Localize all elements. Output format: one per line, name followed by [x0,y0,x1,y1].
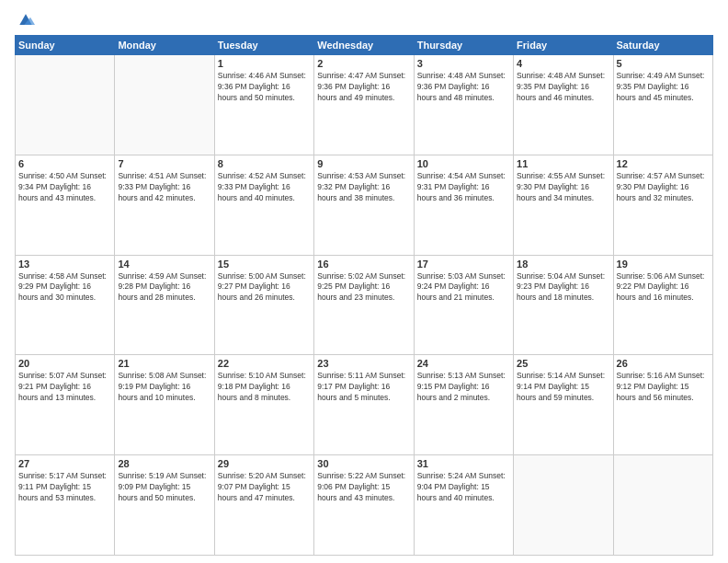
day-info: Sunrise: 4:57 AM Sunset: 9:30 PM Dayligh… [617,171,710,204]
day-number: 4 [517,58,609,69]
day-number: 22 [218,358,311,369]
day-number: 24 [417,358,510,369]
day-number: 16 [317,259,410,270]
calendar-day-cell: 13Sunrise: 4:58 AM Sunset: 9:29 PM Dayli… [16,255,115,355]
calendar-day-cell: 3Sunrise: 4:48 AM Sunset: 9:36 PM Daylig… [414,55,513,155]
day-info: Sunrise: 5:13 AM Sunset: 9:15 PM Dayligh… [417,371,510,404]
calendar-day-cell: 8Sunrise: 4:52 AM Sunset: 9:33 PM Daylig… [214,155,313,255]
calendar-day-cell: 29Sunrise: 5:20 AM Sunset: 9:07 PM Dayli… [214,455,313,556]
day-info: Sunrise: 5:02 AM Sunset: 9:25 PM Dayligh… [317,271,410,304]
day-number: 15 [218,259,311,270]
day-of-week-header: Sunday [16,36,115,55]
calendar-day-cell [514,455,613,556]
logo-icon [17,11,35,29]
day-info: Sunrise: 5:07 AM Sunset: 9:21 PM Dayligh… [18,371,111,404]
calendar-day-cell: 24Sunrise: 5:13 AM Sunset: 9:15 PM Dayli… [414,355,513,455]
day-number: 29 [218,458,311,469]
day-info: Sunrise: 4:59 AM Sunset: 9:28 PM Dayligh… [118,271,210,304]
day-info: Sunrise: 5:20 AM Sunset: 9:07 PM Dayligh… [218,471,311,504]
day-info: Sunrise: 4:49 AM Sunset: 9:35 PM Dayligh… [617,71,710,104]
day-info: Sunrise: 5:19 AM Sunset: 9:09 PM Dayligh… [118,471,210,504]
logo [15,11,35,29]
day-number: 11 [517,158,609,169]
calendar-day-cell: 16Sunrise: 5:02 AM Sunset: 9:25 PM Dayli… [314,255,414,355]
day-number: 8 [218,158,311,169]
calendar-day-cell: 28Sunrise: 5:19 AM Sunset: 9:09 PM Dayli… [115,455,214,556]
day-number: 5 [617,58,710,69]
calendar-day-cell: 4Sunrise: 4:48 AM Sunset: 9:35 PM Daylig… [514,55,613,155]
calendar-day-cell [613,455,712,556]
day-number: 28 [118,458,210,469]
day-of-week-header: Monday [115,36,214,55]
day-info: Sunrise: 5:16 AM Sunset: 9:12 PM Dayligh… [617,371,710,404]
calendar-header-row: SundayMondayTuesdayWednesdayThursdayFrid… [16,36,713,55]
day-info: Sunrise: 5:03 AM Sunset: 9:24 PM Dayligh… [417,271,510,304]
calendar-day-cell: 7Sunrise: 4:51 AM Sunset: 9:33 PM Daylig… [115,155,214,255]
day-number: 20 [18,358,111,369]
calendar-day-cell: 26Sunrise: 5:16 AM Sunset: 9:12 PM Dayli… [613,355,712,455]
calendar-day-cell: 31Sunrise: 5:24 AM Sunset: 9:04 PM Dayli… [414,455,513,556]
day-of-week-header: Friday [514,36,613,55]
calendar-week-row: 6Sunrise: 4:50 AM Sunset: 9:34 PM Daylig… [16,155,713,255]
day-number: 9 [317,158,410,169]
day-info: Sunrise: 5:04 AM Sunset: 9:23 PM Dayligh… [517,271,609,304]
day-number: 10 [417,158,510,169]
day-number: 18 [517,259,609,270]
day-number: 27 [18,458,111,469]
calendar-day-cell: 2Sunrise: 4:47 AM Sunset: 9:36 PM Daylig… [314,55,414,155]
day-info: Sunrise: 5:06 AM Sunset: 9:22 PM Dayligh… [617,271,710,304]
calendar-day-cell: 30Sunrise: 5:22 AM Sunset: 9:06 PM Dayli… [314,455,414,556]
calendar-day-cell: 10Sunrise: 4:54 AM Sunset: 9:31 PM Dayli… [414,155,513,255]
day-number: 25 [517,358,609,369]
day-number: 2 [317,58,410,69]
calendar-day-cell: 22Sunrise: 5:10 AM Sunset: 9:18 PM Dayli… [214,355,313,455]
day-number: 12 [617,158,710,169]
calendar-day-cell: 11Sunrise: 4:55 AM Sunset: 9:30 PM Dayli… [514,155,613,255]
day-info: Sunrise: 4:54 AM Sunset: 9:31 PM Dayligh… [417,171,510,204]
day-info: Sunrise: 4:53 AM Sunset: 9:32 PM Dayligh… [317,171,410,204]
calendar-day-cell: 9Sunrise: 4:53 AM Sunset: 9:32 PM Daylig… [314,155,414,255]
day-number: 23 [317,358,410,369]
day-info: Sunrise: 5:08 AM Sunset: 9:19 PM Dayligh… [118,371,210,404]
calendar-week-row: 13Sunrise: 4:58 AM Sunset: 9:29 PM Dayli… [16,255,713,355]
calendar-day-cell: 17Sunrise: 5:03 AM Sunset: 9:24 PM Dayli… [414,255,513,355]
calendar-day-cell: 6Sunrise: 4:50 AM Sunset: 9:34 PM Daylig… [16,155,115,255]
calendar-week-row: 20Sunrise: 5:07 AM Sunset: 9:21 PM Dayli… [16,355,713,455]
day-number: 3 [417,58,510,69]
day-info: Sunrise: 5:00 AM Sunset: 9:27 PM Dayligh… [218,271,311,304]
day-info: Sunrise: 5:17 AM Sunset: 9:11 PM Dayligh… [18,471,111,504]
day-number: 7 [118,158,210,169]
day-info: Sunrise: 4:46 AM Sunset: 9:36 PM Dayligh… [218,71,311,104]
day-info: Sunrise: 4:50 AM Sunset: 9:34 PM Dayligh… [18,171,111,204]
day-info: Sunrise: 4:48 AM Sunset: 9:35 PM Dayligh… [517,71,609,104]
day-info: Sunrise: 5:10 AM Sunset: 9:18 PM Dayligh… [218,371,311,404]
calendar-day-cell: 15Sunrise: 5:00 AM Sunset: 9:27 PM Dayli… [214,255,313,355]
calendar-day-cell: 23Sunrise: 5:11 AM Sunset: 9:17 PM Dayli… [314,355,414,455]
day-number: 13 [18,259,111,270]
day-of-week-header: Wednesday [314,36,414,55]
day-number: 17 [417,259,510,270]
day-number: 31 [417,458,510,469]
calendar-day-cell: 18Sunrise: 5:04 AM Sunset: 9:23 PM Dayli… [514,255,613,355]
calendar-day-cell: 25Sunrise: 5:14 AM Sunset: 9:14 PM Dayli… [514,355,613,455]
day-number: 1 [218,58,311,69]
calendar-table: SundayMondayTuesdayWednesdayThursdayFrid… [15,35,713,556]
day-of-week-header: Saturday [613,36,712,55]
calendar-day-cell [16,55,115,155]
day-of-week-header: Thursday [414,36,513,55]
calendar-day-cell: 20Sunrise: 5:07 AM Sunset: 9:21 PM Dayli… [16,355,115,455]
calendar-day-cell [115,55,214,155]
calendar-day-cell: 19Sunrise: 5:06 AM Sunset: 9:22 PM Dayli… [613,255,712,355]
day-info: Sunrise: 5:24 AM Sunset: 9:04 PM Dayligh… [417,471,510,504]
day-info: Sunrise: 5:22 AM Sunset: 9:06 PM Dayligh… [317,471,410,504]
day-number: 14 [118,259,210,270]
day-info: Sunrise: 4:52 AM Sunset: 9:33 PM Dayligh… [218,171,311,204]
day-number: 6 [18,158,111,169]
calendar-week-row: 1Sunrise: 4:46 AM Sunset: 9:36 PM Daylig… [16,55,713,155]
day-number: 19 [617,259,710,270]
calendar-week-row: 27Sunrise: 5:17 AM Sunset: 9:11 PM Dayli… [16,455,713,556]
day-info: Sunrise: 4:48 AM Sunset: 9:36 PM Dayligh… [417,71,510,104]
calendar-day-cell: 1Sunrise: 4:46 AM Sunset: 9:36 PM Daylig… [214,55,313,155]
day-number: 30 [317,458,410,469]
day-info: Sunrise: 5:11 AM Sunset: 9:17 PM Dayligh… [317,371,410,404]
